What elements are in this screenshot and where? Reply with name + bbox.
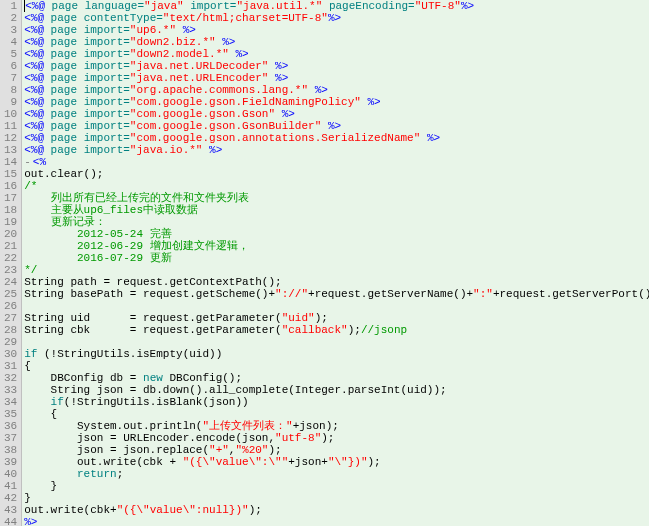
line-number: 14 <box>4 156 17 168</box>
token: /* <box>24 180 37 192</box>
line-number: 25 <box>4 288 17 300</box>
line-number: 1 <box>4 0 17 12</box>
code-line[interactable]: out.write(cbk + "({\"value\":\""+json+"\… <box>24 456 649 468</box>
token: new <box>143 372 163 384</box>
code-line[interactable]: <%@ page import="up6.*" %> <box>24 24 649 36</box>
code-line[interactable]: -<% <box>24 156 649 168</box>
token: "java" <box>144 0 184 12</box>
token: DBConfig db = <box>24 372 143 384</box>
code-line[interactable]: <%@ page import="java.net.URLEncoder" %> <box>24 72 649 84</box>
code-line[interactable]: String json = db.down().all_complete(Int… <box>24 384 649 396</box>
code-line[interactable]: String uid = request.getParameter("uid")… <box>24 312 649 324</box>
code-line[interactable]: out.write(cbk+"({\"value\":null})"); <box>24 504 649 516</box>
line-number: 2 <box>4 12 17 24</box>
code-line[interactable]: /* <box>24 180 649 192</box>
token: ); <box>348 324 361 336</box>
line-number: 4 <box>4 36 17 48</box>
code-line[interactable]: <%@ page import="down2.model.*" %> <box>24 48 649 60</box>
code-line[interactable]: 2012-06-29 增加创建文件逻辑， <box>24 240 649 252</box>
token: "down2.model.*" <box>130 48 229 60</box>
token: "UTF-8" <box>415 0 461 12</box>
code-line[interactable]: return; <box>24 468 649 480</box>
code-line[interactable]: json = URLEncoder.encode(json,"utf-8"); <box>24 432 649 444</box>
line-number: 15 <box>4 168 17 180</box>
token: +json+ <box>288 456 328 468</box>
token: page <box>51 12 84 24</box>
token: <%@ <box>24 84 50 96</box>
line-number: 3 <box>4 24 17 36</box>
code-line[interactable]: String basePath = request.getScheme()+":… <box>24 288 649 300</box>
token: page <box>51 24 84 36</box>
code-area[interactable]: <%@ page language="java" import="java.ut… <box>22 0 649 526</box>
code-line[interactable]: 更新记录： <box>24 216 649 228</box>
token: String basePath = request.getScheme()+ <box>24 288 275 300</box>
token: import= <box>84 36 130 48</box>
token: json = URLEncoder.encode(json, <box>24 432 275 444</box>
line-number: 11 <box>4 120 17 132</box>
token: } <box>24 480 57 492</box>
line-number: 39 <box>4 456 17 468</box>
code-line[interactable]: <%@ page import="down2.biz.*" %> <box>24 36 649 48</box>
line-number: 20 <box>4 228 17 240</box>
token: "java.net.URLDecoder" <box>130 60 269 72</box>
code-line[interactable]: <%@ page import="com.google.gson.FieldNa… <box>24 96 649 108</box>
code-line[interactable]: <%@ page import="com.google.gson.Gson" %… <box>24 108 649 120</box>
token: %> <box>202 144 222 156</box>
code-line[interactable]: DBConfig db = new DBConfig(); <box>24 372 649 384</box>
token: (!StringUtils.isBlank(json)) <box>64 396 249 408</box>
token: %> <box>268 60 288 72</box>
code-line[interactable]: } <box>24 492 649 504</box>
token: return <box>77 468 117 480</box>
line-number: 32 <box>4 372 17 384</box>
token: import= <box>84 120 130 132</box>
code-line[interactable]: out.clear(); <box>24 168 649 180</box>
fold-icon[interactable]: - <box>24 156 31 168</box>
code-line[interactable]: 列出所有已经上传完的文件和文件夹列表 <box>24 192 649 204</box>
code-line[interactable]: <%@ page import="com.google.gson.GsonBui… <box>24 120 649 132</box>
token: out.write(cbk + <box>24 456 182 468</box>
code-line[interactable]: <%@ page import="org.apache.commons.lang… <box>24 84 649 96</box>
line-number: 18 <box>4 204 17 216</box>
code-line[interactable]: <%@ page import="com.google.gson.annotat… <box>24 132 649 144</box>
line-number: 34 <box>4 396 17 408</box>
code-line[interactable]: System.out.println("上传文件列表："+json); <box>24 420 649 432</box>
code-line[interactable] <box>24 336 649 348</box>
token: "上传文件列表：" <box>202 420 292 432</box>
code-line[interactable]: json = json.replace("+","%20"); <box>24 444 649 456</box>
code-line[interactable]: { <box>24 408 649 420</box>
token: page <box>51 132 84 144</box>
code-line[interactable]: { <box>24 360 649 372</box>
code-line[interactable]: <%@ page import="java.net.URLDecoder" %> <box>24 60 649 72</box>
code-line[interactable]: } <box>24 480 649 492</box>
code-line[interactable]: 2016-07-29 更新 <box>24 252 649 264</box>
line-number: 37 <box>4 432 17 444</box>
code-line[interactable]: if (!StringUtils.isEmpty(uid)) <box>24 348 649 360</box>
token: import= <box>84 108 130 120</box>
token: "down2.biz.*" <box>130 36 216 48</box>
token: %> <box>420 132 440 144</box>
code-line[interactable]: 主要从up6_files中读取数据 <box>24 204 649 216</box>
token: %> <box>216 36 236 48</box>
token: "java.io.*" <box>130 144 203 156</box>
token: pageEncoding= <box>322 0 414 12</box>
code-line[interactable] <box>24 300 649 312</box>
code-line[interactable]: <%@ page language="java" import="java.ut… <box>24 0 649 12</box>
code-line[interactable]: */ <box>24 264 649 276</box>
token: String uid = request.getParameter( <box>24 312 281 324</box>
token: "uid" <box>282 312 315 324</box>
code-line[interactable]: %> <box>24 516 649 526</box>
token: "%20" <box>235 444 268 456</box>
token: import= <box>84 60 130 72</box>
code-line[interactable]: String cbk = request.getParameter("callb… <box>24 324 649 336</box>
token: { <box>24 408 57 420</box>
code-line[interactable]: <%@ page contentType="text/html;charset=… <box>24 12 649 24</box>
line-number: 13 <box>4 144 17 156</box>
code-line[interactable]: String path = request.getContextPath(); <box>24 276 649 288</box>
token: import= <box>84 72 130 84</box>
code-line[interactable]: 2012-05-24 完善 <box>24 228 649 240</box>
token: "java.util.*" <box>236 0 322 12</box>
code-line[interactable]: <%@ page import="java.io.*" %> <box>24 144 649 156</box>
line-number: 21 <box>4 240 17 252</box>
line-number: 38 <box>4 444 17 456</box>
code-line[interactable]: if(!StringUtils.isBlank(json)) <box>24 396 649 408</box>
